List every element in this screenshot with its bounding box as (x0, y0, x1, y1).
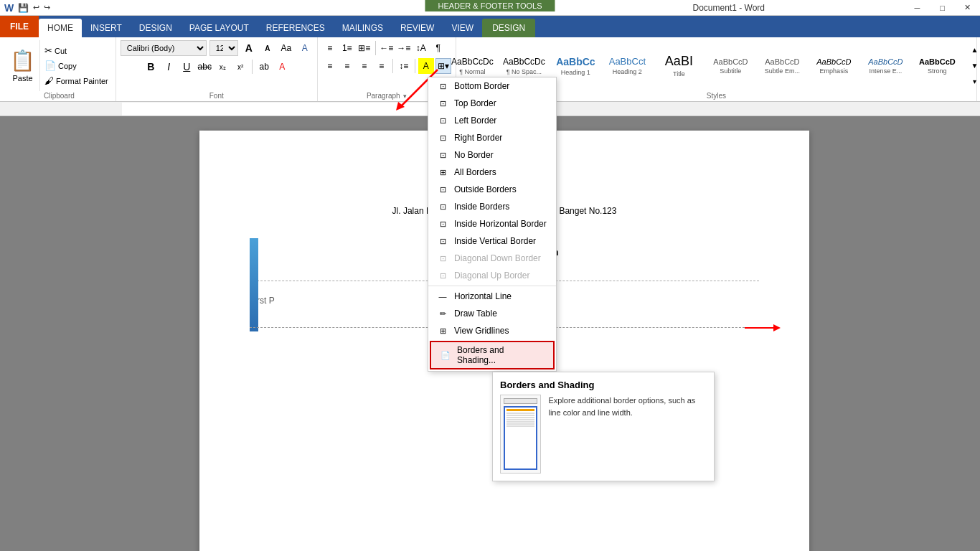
inside-h-border-icon: ⊡ (437, 218, 448, 230)
align-left-button[interactable]: ≡ (322, 58, 338, 74)
cut-icon: ✂ (44, 45, 52, 56)
outside-borders-icon: ⊡ (437, 184, 448, 195)
sort-button[interactable]: ↕A (413, 40, 429, 56)
style-heading2[interactable]: AaBbCct Heading 2 (602, 41, 652, 91)
dropdown-borders-and-shading[interactable]: 📄 Borders and Shading... (430, 341, 555, 369)
multilevel-list-button[interactable]: ⊞≡ (357, 40, 372, 56)
clipboard-label: Clipboard (3, 92, 116, 100)
strikethrough-button[interactable]: abc (197, 59, 212, 75)
clipboard-group: 📋 Paste ✂ Cut 📄 Copy 🖌 Format Painter Cl… (3, 37, 116, 101)
decrease-indent-button[interactable]: ←≡ (379, 40, 395, 56)
style-intense-emphasis[interactable]: AaBbCcD Intense E... (860, 41, 910, 91)
quick-access-undo[interactable]: ↩ (33, 3, 39, 12)
style-normal-label: ¶ Normal (459, 68, 485, 75)
font-name-select[interactable]: Calibri (Body) (121, 40, 207, 56)
styles-scroll-up[interactable]: ▲ (966, 42, 980, 58)
dropdown-no-border[interactable]: ⊡ No Border (428, 146, 556, 164)
maximize-button[interactable]: □ (930, 0, 955, 16)
no-border-label: No Border (454, 150, 494, 160)
bullets-button[interactable]: ≡ (322, 40, 338, 56)
inside-borders-label: Inside Borders (454, 202, 509, 212)
ribbon-tabs: FILE HOME INSERT DESIGN PAGE LAYOUT REFE… (0, 16, 980, 37)
diagonal-down-label: Diagonal Down Border (454, 253, 541, 263)
style-subtle-emphasis[interactable]: AaBbCcD Subtle Em... (757, 41, 807, 91)
dropdown-bottom-border[interactable]: ⊡ Bottom Border (428, 77, 556, 95)
dropdown-diagonal-up[interactable]: ⊡ Diagonal Up Border (428, 267, 556, 284)
dropdown-diagonal-down[interactable]: ⊡ Diagonal Down Border (428, 250, 556, 267)
no-border-icon: ⊡ (437, 149, 448, 161)
text-effects-button[interactable]: A (297, 40, 313, 56)
style-heading1[interactable]: AaBbCc Heading 1 (550, 41, 600, 91)
dropdown-horizontal-line[interactable]: — Horizontal Line (428, 288, 556, 305)
style-emphasis[interactable]: AaBbCcD Emphasis (809, 41, 859, 91)
tab-file[interactable]: FILE (0, 16, 39, 37)
inside-h-border-label: Inside Horizontal Border (454, 219, 547, 229)
font-grow-button[interactable]: A (241, 40, 257, 56)
style-subtitle[interactable]: AaBbCcD Subtitle (705, 41, 755, 91)
dropdown-left-border[interactable]: ⊡ Left Border (428, 112, 556, 129)
numbering-button[interactable]: 1≡ (339, 40, 355, 56)
tab-page-layout[interactable]: PAGE LAYOUT (181, 19, 258, 37)
inside-borders-icon: ⊡ (437, 201, 448, 212)
tab-home[interactable]: HOME (39, 19, 82, 37)
subscript-button[interactable]: x₂ (215, 59, 230, 75)
paste-button[interactable]: 📋 Paste (6, 40, 40, 91)
font-shrink-button[interactable]: A (260, 40, 275, 56)
dropdown-inside-h-border[interactable]: ⊡ Inside Horizontal Border (428, 215, 556, 232)
superscript-button[interactable]: x² (232, 59, 248, 75)
styles-more[interactable]: ▾ (966, 74, 980, 90)
styles-scroll-down[interactable]: ▼ (966, 58, 980, 74)
font-label: Font (116, 92, 317, 100)
dropdown-outside-borders[interactable]: ⊡ Outside Borders (428, 181, 556, 198)
dropdown-inside-v-border[interactable]: ⊡ Inside Vertical Border (428, 232, 556, 250)
minimize-button[interactable]: ─ (905, 0, 930, 16)
tab-references[interactable]: REFERENCES (258, 19, 334, 37)
tab-insert[interactable]: INSERT (82, 19, 131, 37)
cut-button[interactable]: ✂ Cut (43, 44, 110, 57)
dropdown-right-border[interactable]: ⊡ Right Border (428, 129, 556, 146)
text-highlight-button[interactable]: ab (256, 59, 272, 75)
format-painter-button[interactable]: 🖌 Format Painter (43, 75, 110, 87)
increase-indent-button[interactable]: →≡ (396, 40, 412, 56)
tab-header-footer-design[interactable]: DESIGN (482, 19, 535, 37)
copy-icon: 📄 (44, 60, 56, 71)
paste-label: Paste (12, 74, 32, 83)
style-subtitle-label: Subtitle (720, 67, 741, 75)
bold-button[interactable]: B (143, 59, 159, 75)
italic-button[interactable]: I (161, 59, 176, 75)
font-clear-button[interactable]: Aa (278, 40, 294, 56)
header-footer-tools-label: HEADER & FOOTER TOOLS (425, 0, 555, 11)
svg-marker-5 (773, 324, 781, 331)
show-hide-marks-button[interactable]: ¶ (430, 40, 446, 56)
tab-review[interactable]: REVIEW (392, 19, 443, 37)
horizontal-line-icon: — (437, 291, 448, 302)
dropdown-draw-table[interactable]: ✏ Draw Table (428, 305, 556, 322)
blue-bar (250, 238, 258, 331)
align-center-button[interactable]: ≡ (339, 58, 355, 74)
tab-design[interactable]: DESIGN (131, 19, 181, 37)
borders-shading-label: Borders and Shading... (457, 345, 545, 365)
view-gridlines-icon: ⊞ (437, 325, 448, 336)
tab-view[interactable]: VIEW (443, 19, 482, 37)
quick-access-save[interactable]: 💾 (18, 3, 29, 13)
style-strong[interactable]: AaBbCcD Strong (912, 41, 962, 91)
copy-button[interactable]: 📄 Copy (43, 60, 110, 72)
style-heading2-preview: AaBbCct (609, 56, 646, 67)
close-button[interactable]: ✕ (955, 0, 980, 16)
borders-shading-tooltip: Borders and Shading Explore additional b… (492, 372, 715, 481)
tab-mailings[interactable]: MAILINGS (334, 19, 392, 37)
font-color-button[interactable]: A (274, 59, 290, 75)
arrow-right (745, 317, 788, 339)
dropdown-inside-borders[interactable]: ⊡ Inside Borders (428, 198, 556, 215)
dropdown-all-borders[interactable]: ⊞ All Borders (428, 164, 556, 181)
font-size-select[interactable]: 12 (209, 40, 238, 56)
all-borders-label: All Borders (454, 167, 496, 177)
dropdown-view-gridlines[interactable]: ⊞ View Gridlines (428, 322, 556, 339)
tooltip-title: Borders and Shading (500, 380, 707, 390)
style-subtle-emphasis-preview: AaBbCcD (765, 57, 799, 66)
dropdown-top-border[interactable]: ⊡ Top Border (428, 95, 556, 112)
quick-access-redo[interactable]: ↪ (44, 3, 50, 12)
style-title[interactable]: AaBI Title (654, 41, 704, 91)
underline-button[interactable]: U (179, 59, 194, 75)
align-right-button[interactable]: ≡ (357, 58, 372, 74)
